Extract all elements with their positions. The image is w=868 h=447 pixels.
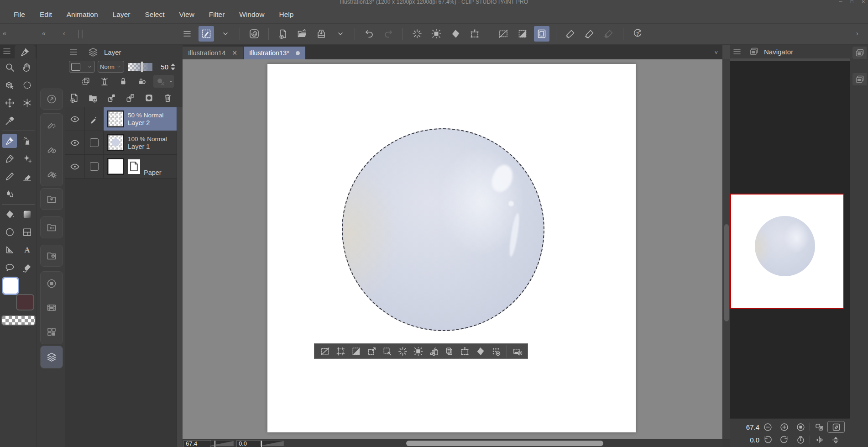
menu-view[interactable]: View: [172, 5, 202, 23]
toolbar-grip[interactable]: [78, 30, 83, 38]
layer-checkbox[interactable]: [90, 162, 99, 171]
eraser-icon[interactable]: [20, 169, 34, 184]
rotation-slider-handle[interactable]: [261, 440, 262, 447]
favorites-icon[interactable]: [44, 191, 59, 207]
pen-icon[interactable]: [17, 44, 33, 60]
hand-icon[interactable]: [20, 60, 34, 74]
vertical-scroll-thumb[interactable]: [724, 224, 729, 321]
flip-vertical-icon[interactable]: [827, 434, 844, 445]
rotation-value-box[interactable]: 0.0: [236, 440, 261, 447]
menu-help[interactable]: Help: [272, 5, 301, 23]
menu-select[interactable]: Select: [137, 5, 172, 23]
airbrush-icon[interactable]: [20, 134, 34, 148]
zoom-icon[interactable]: [2, 60, 17, 74]
clear-icon[interactable]: [395, 345, 410, 358]
opacity-slider-handle[interactable]: [141, 61, 143, 73]
transparent-color-swatch[interactable]: [1, 315, 36, 326]
expand-selection-icon[interactable]: [364, 345, 379, 358]
fill-icon[interactable]: [472, 345, 488, 358]
maximize-button[interactable]: □: [851, 0, 853, 4]
snap-special-ruler-icon[interactable]: [582, 26, 597, 42]
chevron-down-icon[interactable]: [333, 26, 348, 42]
save-file-icon[interactable]: [314, 26, 329, 42]
menu-layer[interactable]: Layer: [105, 5, 138, 23]
figure-icon[interactable]: [2, 225, 17, 239]
clear-icon[interactable]: [409, 26, 425, 42]
layer-thumbnail[interactable]: [107, 158, 124, 175]
document-tab[interactable]: Illustration13*: [244, 47, 305, 59]
layer-checkbox[interactable]: [90, 138, 99, 147]
invert-selection-icon[interactable]: [515, 26, 530, 42]
clip-studio-icon[interactable]: [246, 26, 262, 42]
launcher-settings-icon[interactable]: [509, 345, 525, 358]
blend-icon[interactable]: [2, 187, 17, 201]
lock-transparent-pixels-icon[interactable]: [135, 75, 149, 88]
fit-to-window-icon[interactable]: [827, 421, 845, 433]
new-layer-folder-icon[interactable]: [85, 91, 100, 105]
visibility-eye-icon[interactable]: [68, 112, 82, 126]
auto-select-icon[interactable]: [20, 96, 34, 110]
layer-palette-icon[interactable]: [44, 349, 59, 365]
navigator-view-frame[interactable]: [730, 194, 844, 309]
canvas-page[interactable]: [267, 64, 636, 432]
tool-pen-select-icon[interactable]: [199, 26, 214, 42]
palette-color-dropdown[interactable]: [69, 61, 95, 73]
blend-mode-dropdown[interactable]: Norm: [98, 61, 124, 73]
tab-close-icon[interactable]: ✕: [232, 49, 237, 57]
lock-layer-icon[interactable]: [116, 75, 131, 88]
tool-property-icon[interactable]: [44, 166, 59, 182]
rotation-slider[interactable]: [260, 441, 284, 446]
deselect-icon[interactable]: [317, 345, 333, 358]
tool-palette-tab[interactable]: [15, 45, 36, 58]
rotate-left-icon[interactable]: [759, 434, 776, 445]
reference-layer-icon[interactable]: [97, 75, 112, 88]
line-correction-icon[interactable]: [20, 261, 34, 275]
horizontal-scroll-thumb[interactable]: [406, 441, 603, 446]
zoom-in-icon[interactable]: [776, 421, 792, 432]
eyedropper-icon[interactable]: [2, 114, 17, 128]
sub-color-swatch[interactable]: [16, 294, 34, 310]
frame-border-icon[interactable]: [20, 225, 34, 239]
chevron-down-icon[interactable]: [218, 26, 233, 42]
fill-icon[interactable]: [448, 26, 463, 42]
menu-filter[interactable]: Filter: [202, 5, 232, 23]
pen-icon[interactable]: [2, 134, 17, 148]
open-file-icon[interactable]: [294, 26, 310, 42]
flip-horizontal-icon[interactable]: [811, 434, 827, 445]
clear-outside-selection-icon[interactable]: [429, 26, 444, 42]
ruler-icon[interactable]: [2, 243, 17, 257]
clip-at-layer-below-icon[interactable]: [78, 75, 93, 88]
snap-ruler-icon[interactable]: [563, 26, 578, 42]
scale-rotate-icon[interactable]: [467, 26, 482, 42]
layer-list-scrollbar[interactable]: [177, 107, 183, 447]
invert-selection-icon[interactable]: [348, 345, 364, 358]
copy-and-paste-icon[interactable]: [441, 345, 457, 358]
pencil-icon[interactable]: [2, 152, 17, 166]
zoom-out-icon[interactable]: [759, 421, 776, 432]
collapse-left-icon[interactable]: «: [3, 30, 6, 37]
close-button[interactable]: ✕: [862, 0, 865, 4]
sub-tool-icon[interactable]: [44, 118, 59, 133]
tab-overflow-chevron-icon[interactable]: ˅: [714, 49, 718, 56]
canvas-viewport[interactable]: 67.4 0.0: [183, 59, 722, 447]
fit-to-screen-icon[interactable]: [811, 421, 827, 432]
record-icon[interactable]: [44, 276, 59, 291]
balloon-icon[interactable]: [2, 261, 17, 275]
material-3d-icon[interactable]: [44, 248, 59, 263]
layer-thumbnail[interactable]: [107, 134, 124, 151]
visibility-eye-icon[interactable]: [68, 160, 82, 174]
material-icon[interactable]: [44, 220, 59, 235]
crop-selection-icon[interactable]: [333, 345, 348, 358]
help-icon[interactable]: ?: [630, 26, 645, 42]
spin-down-icon[interactable]: [171, 68, 175, 70]
brush-icon[interactable]: [2, 169, 17, 184]
nav-window-icon[interactable]: [852, 45, 867, 61]
document-tab[interactable]: Illustration14✕: [183, 47, 243, 59]
merge-with-lower-layer-icon[interactable]: [123, 91, 137, 105]
new-tone-icon[interactable]: [488, 345, 503, 358]
collapse-mid-icon[interactable]: «: [42, 30, 46, 37]
transfer-to-lower-layer-icon[interactable]: [104, 91, 119, 105]
main-color-swatch[interactable]: [2, 277, 19, 295]
shrink-selection-icon[interactable]: [379, 345, 395, 358]
overflow-right-icon[interactable]: ›: [856, 30, 858, 37]
